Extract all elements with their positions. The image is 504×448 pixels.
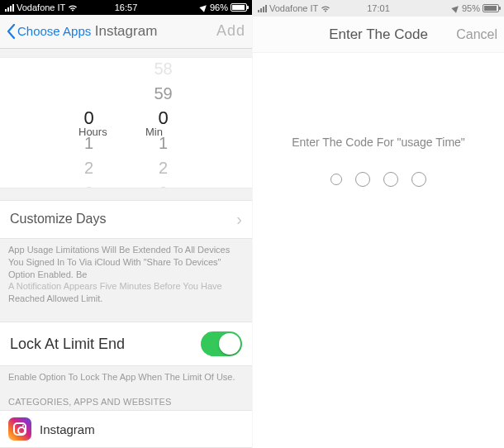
battery-icon (483, 4, 499, 12)
location-icon (451, 3, 460, 12)
lock-at-limit-row: Lock At Limit End (0, 322, 252, 366)
back-button[interactable]: Choose Apps (7, 24, 91, 39)
passcode-entry: Enter The Code For "usage Time" (253, 53, 504, 448)
passcode-dot (411, 172, 426, 187)
back-label: Choose Apps (17, 24, 91, 38)
add-button[interactable]: Add (216, 22, 245, 40)
passcode-dot (383, 172, 398, 187)
passcode-dot (330, 174, 342, 185)
app-list-item-instagram[interactable]: Instagram (0, 410, 252, 448)
signal-bars-icon (5, 4, 14, 12)
chevron-left-icon (7, 24, 16, 39)
customize-days-label: Customize Days (10, 212, 106, 226)
carrier-label: Vodafone IT (17, 2, 65, 12)
minutes-unit-label: Min (145, 126, 163, 138)
location-icon (199, 2, 208, 12)
battery-percent: 95% (462, 3, 480, 13)
hours-unit-label: Hours (78, 126, 107, 138)
battery-percent: 96% (210, 2, 228, 12)
passcode-dot (355, 172, 370, 187)
passcode-prompt: Enter The Code For "usage Time" (292, 136, 465, 149)
nav-bar: Enter The Code Cancel (253, 17, 504, 53)
status-bar: Vodafone IT 17:01 95% (253, 0, 504, 17)
status-bar: Vodafone IT 16:57 96% (0, 0, 252, 15)
instagram-icon (8, 417, 31, 441)
lock-at-limit-toggle[interactable] (201, 331, 242, 356)
time-picker[interactable]: 0 1 2 3 58 59 0 1 2 3 (0, 57, 252, 188)
wifi-icon (68, 4, 78, 12)
passcode-dots (330, 172, 426, 187)
battery-icon (231, 3, 247, 12)
wifi-icon (321, 5, 330, 12)
customize-days-row[interactable]: Customize Days › (0, 200, 252, 239)
cancel-button[interactable]: Cancel (456, 27, 497, 42)
app-name-label: Instagram (40, 422, 95, 436)
lock-footer: Enable Option To Lock The App When The L… (0, 366, 252, 388)
signal-bars-icon (258, 5, 267, 12)
usage-limit-footer: App Usage Limitations Will Be Extended T… (0, 239, 252, 310)
carrier-label: Vodafone IT (269, 3, 318, 13)
lock-at-limit-label: Lock At Limit End (10, 336, 125, 353)
left-phone-screen: Vodafone IT 16:57 96% Choose Apps Instag… (0, 0, 252, 448)
minutes-wheel[interactable]: 58 59 0 1 2 3 (126, 58, 201, 188)
categories-section-header: CATEGORIES, APPS AND WEBSITES (0, 393, 252, 410)
chevron-right-icon: › (236, 210, 242, 229)
minutes-selected: 0 (126, 106, 201, 131)
hours-wheel[interactable]: 0 1 2 3 (52, 58, 126, 188)
nav-bar: Choose Apps Instagram Add (0, 15, 252, 48)
right-phone-screen: Vodafone IT 17:01 95% Enter The Code Can… (252, 0, 504, 448)
